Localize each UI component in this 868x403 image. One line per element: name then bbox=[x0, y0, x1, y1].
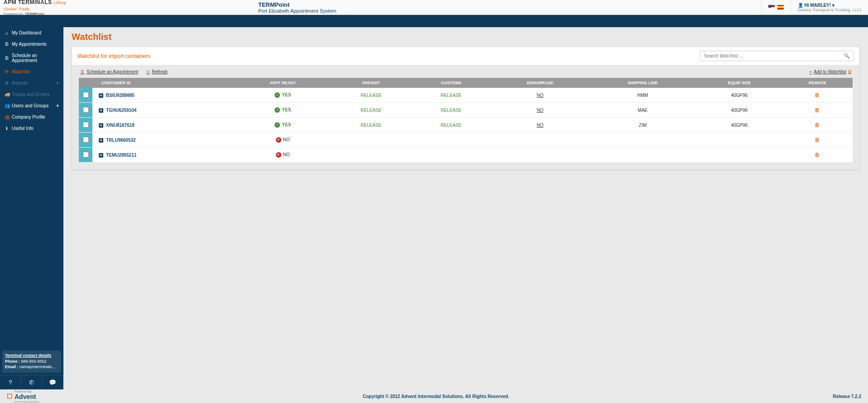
demurrage-link[interactable]: NO bbox=[537, 93, 544, 98]
user-icon: 👤 bbox=[798, 3, 803, 8]
language-switcher bbox=[761, 0, 791, 14]
powered-name: TERMPoint bbox=[25, 12, 44, 16]
chat-icon[interactable]: 💬 bbox=[42, 375, 63, 389]
sidebar: ⌂My Dashboard🗓My Appointments🗓Schedule a… bbox=[0, 27, 63, 389]
flag-us-icon[interactable] bbox=[768, 5, 775, 10]
freight-cell: RELEASE bbox=[331, 103, 411, 118]
expand-row-icon[interactable]: + bbox=[99, 108, 103, 113]
refresh-icon: ↻ bbox=[146, 69, 150, 74]
search-icon[interactable]: 🔍 bbox=[841, 53, 853, 59]
user-greeting: 👤 Hi MARLEY! ▾ bbox=[798, 3, 861, 8]
flag-es-icon[interactable] bbox=[777, 5, 784, 10]
demurrage-link[interactable]: NO bbox=[537, 108, 544, 113]
nav-label: Useful Info bbox=[12, 126, 34, 131]
shipping-line-cell bbox=[589, 148, 696, 163]
sidebar-item-watchlist[interactable]: 👁Watchlist bbox=[0, 66, 63, 77]
expand-icon: + bbox=[56, 103, 59, 108]
shipping-line-cell: HMM bbox=[589, 88, 696, 103]
row-checkbox[interactable] bbox=[83, 107, 89, 113]
sidebar-item-reports[interactable]: ≣Reports+ bbox=[0, 77, 63, 89]
sidebar-item-users-and-groups[interactable]: 👥Users and Groups+ bbox=[0, 100, 63, 111]
check-icon: ✓ bbox=[275, 92, 280, 98]
sidebar-item-company-profile[interactable]: 💼Company Profile bbox=[0, 111, 63, 123]
chevron-down-icon: ▾ bbox=[832, 3, 834, 8]
advent-top: Powered By bbox=[14, 390, 39, 393]
calendar-icon: 🗓 bbox=[80, 69, 85, 74]
appt-ready-cell: ✕NO bbox=[235, 133, 331, 148]
trash-icon[interactable]: 🗑 bbox=[815, 92, 820, 98]
row-checkbox-cell bbox=[79, 88, 92, 103]
copyright: Copyright © 2012 Advent Intermodal Solut… bbox=[39, 394, 833, 399]
watchlist-table: CONTAINER IDAPPT READYFREIGHTCUSTOMSDEMU… bbox=[79, 78, 853, 163]
schedule-appointment-button[interactable]: 🗓 Schedule an Appointment bbox=[80, 69, 138, 74]
nav-icon: ≣ bbox=[5, 81, 9, 86]
table-header: CONTAINER IDAPPT READYFREIGHTCUSTOMSDEMU… bbox=[79, 78, 853, 88]
container-id: TEMU2855211 bbox=[106, 153, 136, 158]
sidebar-item-my-dashboard[interactable]: ⌂My Dashboard bbox=[0, 27, 63, 38]
add-watchlist-button[interactable]: + Add to Watchlist ⧉ bbox=[809, 69, 851, 74]
trash-icon[interactable]: 🗑 bbox=[815, 122, 820, 128]
table-row: +TGHU6259104✓YESRELEASERELEASENOMAE40GP9… bbox=[79, 103, 853, 118]
trash-icon[interactable]: 🗑 bbox=[815, 137, 820, 143]
nav-icon: 🗓 bbox=[5, 42, 9, 47]
trash-icon[interactable]: 🗑 bbox=[815, 107, 820, 113]
trash-icon[interactable]: 🗑 bbox=[815, 152, 820, 158]
expand-row-icon[interactable]: + bbox=[99, 138, 103, 143]
search-input[interactable] bbox=[701, 52, 841, 60]
table-container: CONTAINER IDAPPT READYFREIGHTCUSTOMSDEMU… bbox=[72, 78, 859, 169]
nav-icon: 💼 bbox=[5, 115, 9, 120]
add-label: Add to Watchlist bbox=[814, 69, 846, 74]
row-checkbox-cell bbox=[79, 148, 92, 163]
x-icon: ✕ bbox=[276, 137, 281, 143]
user-menu[interactable]: 👤 Hi MARLEY! ▾ (Marley Transport & Truck… bbox=[791, 0, 868, 14]
freight-cell bbox=[331, 148, 411, 163]
remove-cell: 🗑 bbox=[782, 148, 853, 163]
search-box: 🔍 bbox=[700, 51, 854, 61]
watchlist-panel: Watchlist for import containers 🔍 🗓 Sche… bbox=[72, 47, 860, 170]
container-id-cell: +BSIU9289885 bbox=[92, 88, 235, 103]
help-icon[interactable]: ? bbox=[0, 375, 21, 389]
row-checkbox[interactable] bbox=[83, 92, 89, 98]
contact-card: Terminal contact details Phone : 888-855… bbox=[2, 350, 61, 373]
column-header bbox=[79, 78, 92, 88]
shipping-line-cell: ZIM bbox=[589, 118, 696, 133]
row-checkbox[interactable] bbox=[83, 122, 89, 128]
release-version: Release 7.2.2 bbox=[833, 394, 861, 399]
demurrage-cell: NO bbox=[491, 88, 589, 103]
sidebar-item-useful-info[interactable]: ℹUseful Info bbox=[0, 123, 63, 134]
table-row: +TEMU2855211✕NO🗑 bbox=[79, 148, 853, 163]
sidebar-item-schedule-an-appointment[interactable]: 🗓Schedule an Appointment bbox=[0, 50, 63, 66]
expand-row-icon[interactable]: + bbox=[99, 93, 103, 98]
refresh-button[interactable]: ↻ Refresh bbox=[146, 69, 168, 74]
demurrage-cell bbox=[491, 148, 589, 163]
equip-size-cell: 40GP96 bbox=[696, 103, 782, 118]
equip-size-cell bbox=[696, 148, 782, 163]
phone-icon[interactable]: ✆ bbox=[21, 375, 43, 389]
column-header: FREIGHT bbox=[331, 78, 411, 88]
demurrage-cell bbox=[491, 133, 589, 148]
row-checkbox[interactable] bbox=[83, 152, 89, 158]
table-row: +TRLU9660532✕NO🗑 bbox=[79, 133, 853, 148]
row-checkbox[interactable] bbox=[83, 137, 89, 143]
appt-ready-cell: ✕NO bbox=[235, 148, 331, 163]
external-icon: ⧉ bbox=[848, 69, 851, 74]
demurrage-cell: NO bbox=[491, 103, 589, 118]
app-title: TERMPoint bbox=[258, 1, 761, 8]
header-center: TERMPoint Port Elizabeth Appointment Sys… bbox=[77, 1, 761, 14]
sidebar-item-trucks-and-drivers[interactable]: 🚚Trucks and Drivers bbox=[0, 89, 63, 100]
advent-name: Advent bbox=[14, 393, 39, 400]
nav-label: Trucks and Drivers bbox=[12, 92, 50, 97]
toolbar: 🗓 Schedule an Appointment ↻ Refresh + Ad… bbox=[72, 65, 859, 78]
nav-label: My Appointments bbox=[12, 42, 47, 47]
expand-row-icon[interactable]: + bbox=[99, 153, 103, 158]
ready-status: YES bbox=[282, 92, 291, 97]
ready-status: YES bbox=[282, 122, 291, 127]
expand-row-icon[interactable]: + bbox=[99, 123, 103, 128]
sidebar-item-my-appointments[interactable]: 🗓My Appointments bbox=[0, 38, 63, 50]
nav-icon: 🚚 bbox=[5, 92, 9, 97]
nav-icon: ℹ bbox=[5, 126, 9, 131]
column-header: CONTAINER ID bbox=[92, 78, 235, 88]
powered-by: Powered by: TERMPoint bbox=[4, 12, 73, 16]
main-content: Watchlist Watchlist for import container… bbox=[63, 27, 868, 389]
demurrage-link[interactable]: NO bbox=[537, 123, 544, 128]
